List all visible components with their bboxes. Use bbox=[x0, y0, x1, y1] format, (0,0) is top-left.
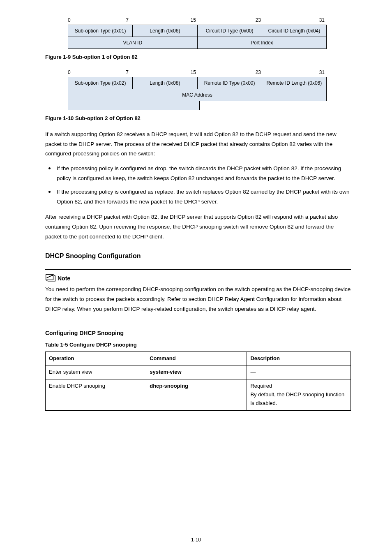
table-header-row: Operation Command Description bbox=[46, 352, 351, 365]
cmd-cell: system-view bbox=[146, 365, 247, 379]
desc-cell: — bbox=[247, 365, 351, 379]
config-table: Operation Command Description Enter syst… bbox=[45, 352, 351, 411]
tick-23: 23 bbox=[196, 16, 261, 24]
length-cell: Length (0x08) bbox=[133, 77, 197, 89]
table-row: Enter system view system-view — bbox=[46, 365, 351, 379]
note-rule-bottom bbox=[45, 318, 351, 318]
tick-0: 0 bbox=[68, 69, 72, 76]
option82-subopt1-diagram: 0 7 15 23 31 Sub-option Type (0x01) Leng… bbox=[68, 16, 327, 49]
tick-0: 0 bbox=[68, 16, 72, 24]
col-operation: Operation bbox=[46, 352, 146, 365]
note-body: You need to perform the corresponding DH… bbox=[45, 284, 351, 314]
option82-subopt2-diagram: 0 7 15 23 31 Sub-option Type (0x02) Leng… bbox=[68, 69, 327, 110]
remote-id-type-cell: Remote ID Type (0x00) bbox=[197, 77, 262, 89]
tick-31: 31 bbox=[261, 69, 325, 76]
length-cell: Length (0x06) bbox=[133, 25, 197, 37]
op-cell: Enable DHCP snooping bbox=[46, 379, 146, 410]
note-rule-top bbox=[45, 269, 351, 270]
bit-ruler: 0 7 15 23 31 bbox=[68, 16, 327, 24]
port-index-cell: Port Index bbox=[197, 37, 327, 49]
cmd-cell: dhcp-snooping bbox=[146, 379, 247, 410]
circuit-id-type-cell: Circuit ID Type (0x00) bbox=[197, 25, 262, 37]
list-item: If the processing policy is configured a… bbox=[45, 187, 351, 206]
table-1-5-caption: Table 1-5 Configure DHCP snooping bbox=[45, 341, 351, 349]
mac-address-cell: MAC Address bbox=[68, 89, 327, 101]
suboption-type-cell: Sub-option Type (0x02) bbox=[68, 77, 133, 89]
server-response-paragraph: After receiving a DHCP packet with Optio… bbox=[45, 212, 351, 241]
bit-ruler: 0 7 15 23 31 bbox=[68, 69, 327, 76]
section-heading: DHCP Snooping Configuration bbox=[45, 251, 351, 261]
col-description: Description bbox=[247, 352, 351, 365]
tick-15: 15 bbox=[129, 69, 196, 76]
remote-id-length-cell: Remote ID Length (0x06) bbox=[262, 77, 326, 89]
mac-overflow-cell bbox=[68, 101, 200, 110]
desc-cell: RequiredBy default, the DHCP snooping fu… bbox=[247, 379, 351, 410]
subsection-heading: Configuring DHCP Snooping bbox=[45, 329, 351, 338]
policy-list: If the processing policy is configured a… bbox=[45, 164, 351, 207]
tick-7: 7 bbox=[72, 16, 129, 24]
note-label: Note bbox=[58, 274, 70, 283]
circuit-id-length-cell: Circuit ID Length (0x04) bbox=[262, 25, 326, 37]
tick-23: 23 bbox=[196, 69, 261, 76]
packet-format-table: Sub-option Type (0x02) Length (0x08) Rem… bbox=[68, 77, 327, 101]
col-command: Command bbox=[146, 352, 247, 365]
intro-paragraph: If a switch supporting Option 82 receive… bbox=[45, 130, 351, 159]
packet-format-table: Sub-option Type (0x01) Length (0x06) Cir… bbox=[68, 25, 327, 49]
vlan-id-cell: VLAN ID bbox=[68, 37, 198, 49]
list-item: If the processing policy is configured a… bbox=[45, 164, 351, 183]
figure-1-10-caption: Figure 1-10 Sub-option 2 of Option 82 bbox=[45, 114, 351, 123]
table-row: Enable DHCP snooping dhcp-snooping Requi… bbox=[46, 379, 351, 410]
note-block: Note You need to perform the correspondi… bbox=[45, 269, 351, 318]
tick-31: 31 bbox=[261, 16, 325, 24]
note-icon bbox=[45, 273, 56, 282]
page-number: 1-10 bbox=[0, 536, 392, 543]
tick-7: 7 bbox=[72, 69, 129, 76]
op-cell: Enter system view bbox=[46, 365, 146, 379]
figure-1-9-caption: Figure 1-9 Sub-option 1 of Option 82 bbox=[45, 53, 351, 61]
tick-15: 15 bbox=[129, 16, 196, 24]
suboption-type-cell: Sub-option Type (0x01) bbox=[68, 25, 133, 37]
